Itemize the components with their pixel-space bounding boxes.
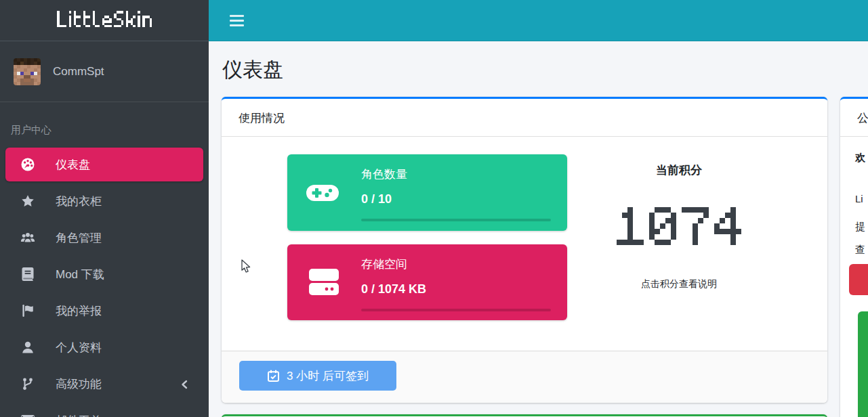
sidebar-item-label: 个人资料 <box>56 340 102 355</box>
users-icon <box>20 231 35 244</box>
avatar <box>14 58 41 85</box>
sidebar-menu: 仪表盘我的衣柜角色管理Mod 下载我的举报个人资料高级功能邮件工单 <box>0 137 209 417</box>
sidebar-item-5[interactable]: 个人资料 <box>5 330 203 364</box>
sidebar-item-7[interactable]: 邮件工单 <box>5 403 203 417</box>
announcement-button-green[interactable] <box>858 311 868 417</box>
code-branch-icon <box>20 377 35 391</box>
points-title: 当前积分 <box>564 162 794 178</box>
announcement-button-red[interactable] <box>849 264 868 295</box>
gamepad-icon <box>306 183 339 206</box>
sidebar-item-label: 角色管理 <box>56 230 102 246</box>
sidebar-item-0[interactable]: 仪表盘 <box>5 148 203 181</box>
sidebar-item-label: Mod 下载 <box>56 267 104 282</box>
sidebar-item-label: 我的举报 <box>56 303 102 319</box>
next-card-peek <box>222 414 827 417</box>
points-hint: 点击积分查看说明 <box>564 278 794 290</box>
stat-label: 角色数量 <box>361 167 407 182</box>
book-icon <box>20 267 35 281</box>
flag-icon <box>20 304 35 317</box>
sidebar-section-label: 用户中心 <box>0 102 209 137</box>
calendar-check-icon <box>267 370 280 382</box>
stat-card-storage: 存储空间 0 / 1074 KB <box>287 244 567 320</box>
sidebar-item-label: 高级功能 <box>56 376 102 392</box>
user-icon <box>20 341 35 354</box>
progress-bar <box>361 219 551 221</box>
sidebar-item-2[interactable]: 角色管理 <box>5 221 203 255</box>
chevron-left-icon <box>180 379 188 393</box>
usage-card-title: 使用情况 <box>222 99 827 137</box>
announcement-text-line: 提 <box>855 221 865 234</box>
sidebar-item-3[interactable]: Mod 下载 <box>5 257 203 291</box>
sidebar: CommSpt 用户中心 仪表盘我的衣柜角色管理Mod 下载我的举报个人资料高级… <box>0 0 209 417</box>
brand-logo-text <box>57 11 152 30</box>
star-icon <box>20 194 35 208</box>
sidebar-item-4[interactable]: 我的举报 <box>5 294 203 328</box>
points-value[interactable] <box>564 207 794 248</box>
announcement-heading: 欢 <box>855 152 865 164</box>
checkin-button-label: 3 小时 后可签到 <box>287 368 369 384</box>
sidebar-item-1[interactable]: 我的衣柜 <box>5 184 203 218</box>
checkin-button[interactable]: 3 小时 后可签到 <box>239 361 396 391</box>
usage-card-body: 角色数量 0 / 10 存储空间 0 / 1074 KB 当前积分 点击积分查看… <box>222 137 827 351</box>
announcement-card-title: 公 <box>840 99 868 137</box>
sidebar-item-label: 仪表盘 <box>56 157 90 173</box>
sidebar-item-label: 我的衣柜 <box>56 194 102 209</box>
sidebar-item-6[interactable]: 高级功能 <box>5 367 203 401</box>
stat-value: 0 / 1074 KB <box>361 282 426 297</box>
user-name[interactable]: CommSpt <box>53 65 104 79</box>
main-content: 仪表盘 使用情况 角色数量 0 / 10 存储空间 0 / 1074 KB 当 <box>209 41 868 417</box>
sidebar-item-label: 邮件工单 <box>56 413 102 417</box>
announcement-text-line: 查 <box>855 244 865 257</box>
page-title: 仪表盘 <box>222 56 283 84</box>
brand-logo[interactable] <box>0 0 209 41</box>
stat-label: 存储空间 <box>361 257 407 272</box>
tachometer-icon <box>20 157 35 172</box>
announcement-text-line: Li <box>855 193 863 204</box>
stat-card-players: 角色数量 0 / 10 <box>287 154 567 231</box>
usage-card: 使用情况 角色数量 0 / 10 存储空间 0 / 1074 KB 当前积分 <box>222 97 827 403</box>
user-panel: CommSpt <box>0 41 209 102</box>
usage-card-footer: 3 小时 后可签到 <box>222 351 827 403</box>
stat-value: 0 / 10 <box>361 192 392 206</box>
announcement-card: 公 欢 Li 提 查 <box>840 97 868 417</box>
top-navbar <box>209 0 868 41</box>
server-icon <box>309 269 339 299</box>
progress-bar <box>361 309 551 311</box>
hamburger-menu-icon[interactable] <box>230 15 244 26</box>
